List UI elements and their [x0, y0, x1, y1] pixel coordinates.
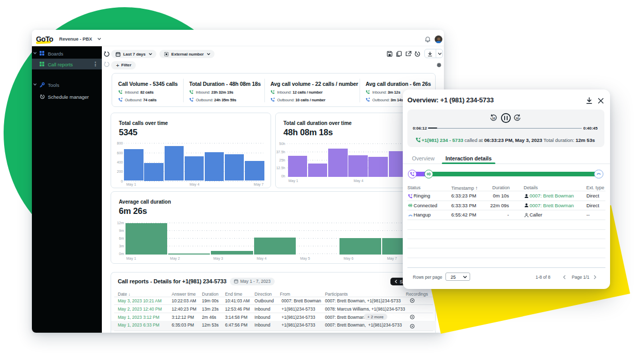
svg-text:10: 10	[492, 117, 495, 120]
svg-text:10: 10	[516, 117, 519, 120]
